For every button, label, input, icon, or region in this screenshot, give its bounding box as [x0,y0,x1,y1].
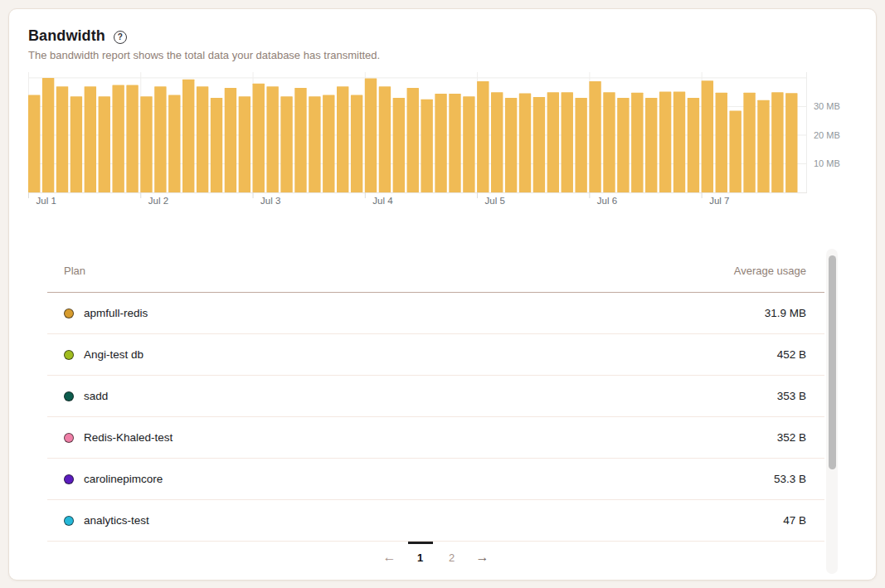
card-header: Bandwidth ? [28,27,857,45]
svg-text:Jul 6: Jul 6 [597,196,617,206]
pagination: ← 1 2 → [47,542,824,573]
svg-text:Jul 4: Jul 4 [372,196,393,206]
chart-bar[interactable] [771,92,783,192]
usage-table: Plan Average usage apmfull-redis 31.9 MB [47,249,824,573]
svg-text:Jul 3: Jul 3 [260,196,280,206]
plan-name: apmfull-redis [84,307,148,319]
chart-bar[interactable] [140,96,152,192]
chart-bar[interactable] [743,93,755,192]
previous-page-arrow-icon[interactable]: ← [379,547,401,568]
average-usage-value: 31.9 MB [765,307,824,319]
plan-color-dot [64,309,74,318]
chart-bar[interactable] [716,93,727,192]
chart-bar[interactable] [562,92,573,192]
chart-bar[interactable] [379,86,391,192]
chart-bar[interactable] [645,98,657,192]
chart-bar[interactable] [435,94,446,192]
table-scrollbar-thumb[interactable] [829,255,836,469]
plan-color-dot [64,391,74,401]
chart-bar[interactable] [491,92,503,192]
chart-bar[interactable] [407,88,419,192]
chart-bar[interactable] [154,86,166,192]
table-row[interactable]: Redis-Khaled-test 352 B [47,417,824,459]
chart-bar[interactable] [309,96,320,192]
chart-bar[interactable] [239,96,250,192]
table-row[interactable]: carolinepimcore 53.3 B [47,459,824,500]
chart-bar[interactable] [112,85,124,192]
chart-bar[interactable] [631,93,643,192]
page-number-button[interactable]: 2 [440,545,464,570]
svg-text:20 MB: 20 MB [814,130,840,140]
chart-bar[interactable] [323,95,334,192]
plan-color-dot [64,474,74,484]
plan-color-dot [64,433,74,443]
chart-bar[interactable] [393,98,405,192]
plan-name: Angi-test db [84,348,143,361]
page-title: Bandwidth [28,27,105,45]
column-header-plan: Plan [47,265,85,277]
chart-bar[interactable] [589,81,601,192]
chart-bar[interactable] [505,98,517,192]
average-usage-value: 352 B [777,431,824,444]
usage-table-section: Plan Average usage apmfull-redis 31.9 MB [47,249,838,574]
chart-bar[interactable] [197,86,208,192]
chart-bar[interactable] [688,98,699,192]
chart-bar[interactable] [365,79,377,192]
table-row[interactable]: apmfull-redis 31.9 MB [47,293,824,334]
chart-bar[interactable] [477,81,489,192]
chart-bar[interactable] [168,95,180,192]
chart-bar[interactable] [421,100,432,192]
chart-bar[interactable] [85,86,96,192]
bandwidth-chart-svg: Jul 1Jul 2Jul 3Jul 4Jul 5Jul 6Jul 730 MB… [28,72,858,207]
bandwidth-chart: Jul 1Jul 2Jul 3Jul 4Jul 5Jul 6Jul 730 MB… [28,72,857,207]
next-page-arrow-icon[interactable]: → [472,547,494,568]
chart-bar[interactable] [617,98,629,192]
svg-text:Jul 5: Jul 5 [485,196,505,206]
chart-bar[interactable] [449,94,460,192]
chart-bar[interactable] [182,80,194,192]
chart-bar[interactable] [211,98,222,192]
table-header-row: Plan Average usage [47,249,824,293]
chart-bar[interactable] [659,91,671,192]
chart-bar[interactable] [280,96,292,192]
table-scrollbar-track[interactable] [826,249,838,574]
card-subtitle: The bandwidth report shows the total dat… [28,49,857,61]
chart-bar[interactable] [56,86,68,192]
chart-bar[interactable] [702,80,713,192]
chart-bar[interactable] [266,86,278,192]
chart-bar[interactable] [575,98,586,192]
chart-bar[interactable] [225,88,236,192]
svg-text:10 MB: 10 MB [814,158,840,168]
average-usage-value: 47 B [783,514,824,527]
chart-bar[interactable] [351,95,362,192]
chart-bar[interactable] [71,96,82,192]
svg-text:30 MB: 30 MB [814,101,840,111]
average-usage-value: 452 B [777,348,824,361]
chart-bar[interactable] [519,94,531,192]
chart-bar[interactable] [757,100,769,192]
page-number-button[interactable]: 1 [409,545,432,570]
chart-bar[interactable] [42,78,54,192]
plan-name: sadd [84,390,108,402]
chart-bar[interactable] [603,92,615,192]
bandwidth-card: Bandwidth ? The bandwidth report shows t… [8,8,877,581]
chart-bar[interactable] [337,86,348,192]
chart-bar[interactable] [729,111,741,192]
chart-bar[interactable] [673,91,685,192]
chart-bar[interactable] [253,84,265,192]
table-row[interactable]: analytics-test 47 B [47,500,824,542]
chart-bar[interactable] [463,96,474,192]
plan-color-dot [64,516,74,526]
chart-bar[interactable] [547,92,559,192]
chart-bar[interactable] [126,85,138,192]
chart-bar[interactable] [785,93,797,192]
help-icon[interactable]: ? [114,31,127,44]
chart-bar[interactable] [28,95,40,192]
chart-bar[interactable] [99,96,110,192]
table-row[interactable]: Angi-test db 452 B [47,334,824,376]
svg-text:Jul 2: Jul 2 [148,196,168,206]
chart-bar[interactable] [294,88,306,192]
chart-bar[interactable] [533,97,545,192]
svg-text:Jul 1: Jul 1 [36,196,56,206]
table-row[interactable]: sadd 353 B [47,376,824,417]
